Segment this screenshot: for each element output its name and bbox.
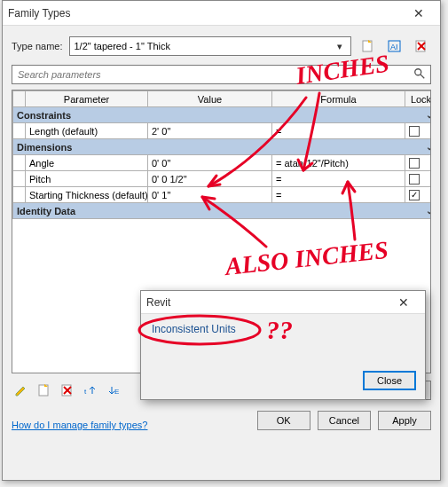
param-name[interactable]: Starting Thickness (default) xyxy=(26,187,148,203)
lock-checkbox[interactable] xyxy=(409,174,420,185)
param-value[interactable]: 0' 1" xyxy=(148,187,272,203)
table-row: Pitch 0' 0 1/2" = xyxy=(13,171,432,187)
edit-parameter-icon[interactable] xyxy=(12,381,31,400)
type-name-label: Type name: xyxy=(12,41,62,51)
type-name-value: 1/2" tapered - 1" Thick xyxy=(74,41,333,51)
error-dialog: Revit ✕ Inconsistent Units Close xyxy=(140,290,426,400)
search-input[interactable] xyxy=(16,68,413,81)
delete-type-button[interactable] xyxy=(412,36,431,56)
param-formula[interactable]: = xyxy=(272,123,405,139)
param-formula[interactable]: = xyxy=(272,171,405,187)
param-value[interactable]: 0' 0 1/2" xyxy=(148,171,272,187)
header-parameter[interactable]: Parameter xyxy=(26,91,148,107)
error-title: Revit xyxy=(146,296,388,309)
titlebar: Family Types ✕ xyxy=(3,1,440,26)
search-icon xyxy=(413,67,427,82)
window-title: Family Types xyxy=(8,7,403,20)
header-formula[interactable]: Formula xyxy=(272,91,405,107)
svg-line-8 xyxy=(420,75,424,78)
param-formula[interactable]: = atan(12"/Pitch) xyxy=(272,155,405,171)
chevron-down-icon: ▾ xyxy=(333,41,347,52)
lock-checkbox[interactable] xyxy=(409,190,420,200)
lock-checkbox[interactable] xyxy=(409,126,420,137)
new-type-button[interactable] xyxy=(358,36,378,56)
help-link[interactable]: How do I manage family types? xyxy=(12,420,147,430)
rename-type-button[interactable]: AI xyxy=(385,36,405,56)
move-down-icon[interactable]: E xyxy=(104,381,123,400)
group-identity-data[interactable]: Identity Data⌄ xyxy=(13,203,432,219)
dialog-body: Type name: 1/2" tapered - 1" Thick ▾ AI xyxy=(3,26,440,480)
cancel-button[interactable]: Cancel xyxy=(318,411,371,430)
table-row: Length (default) 2' 0" = xyxy=(13,123,432,139)
lock-checkbox[interactable] xyxy=(409,158,420,169)
table-row: Angle 0' 0" = atan(12"/Pitch) xyxy=(13,155,432,171)
svg-text:E: E xyxy=(114,388,119,396)
svg-point-7 xyxy=(415,69,421,75)
ok-button[interactable]: OK xyxy=(257,411,310,430)
svg-text:AI: AI xyxy=(390,43,398,51)
family-types-dialog: Family Types ✕ Type name: 1/2" tapered -… xyxy=(2,0,441,481)
param-name[interactable]: Pitch xyxy=(26,171,148,187)
new-parameter-icon[interactable] xyxy=(35,381,54,400)
close-button[interactable]: Close xyxy=(363,371,416,390)
group-constraints[interactable]: Constraints⌄ xyxy=(13,107,432,123)
grid-header-row: Parameter Value Formula Lock xyxy=(13,91,432,107)
group-dimensions[interactable]: Dimensions⌄ xyxy=(13,139,432,155)
search-box[interactable] xyxy=(12,65,431,84)
param-name[interactable]: Angle xyxy=(26,155,148,171)
error-message: Inconsistent Units xyxy=(141,314,425,365)
header-value[interactable]: Value xyxy=(148,91,272,107)
header-blank xyxy=(13,91,26,107)
param-value[interactable]: 2' 0" xyxy=(148,123,272,139)
param-formula[interactable]: = xyxy=(272,187,405,203)
table-row: Starting Thickness (default) 0' 1" = xyxy=(13,187,432,203)
delete-parameter-icon[interactable] xyxy=(58,381,77,400)
close-icon[interactable]: ✕ xyxy=(388,292,420,313)
type-name-combo[interactable]: 1/2" tapered - 1" Thick ▾ xyxy=(69,36,351,56)
param-value[interactable]: 0' 0" xyxy=(148,155,272,171)
header-lock[interactable]: Lock xyxy=(405,91,432,107)
svg-text:t: t xyxy=(84,388,87,396)
close-icon[interactable]: ✕ xyxy=(403,3,435,24)
move-up-icon[interactable]: t xyxy=(81,381,100,400)
apply-button[interactable]: Apply xyxy=(378,411,431,430)
param-name[interactable]: Length (default) xyxy=(26,123,148,139)
